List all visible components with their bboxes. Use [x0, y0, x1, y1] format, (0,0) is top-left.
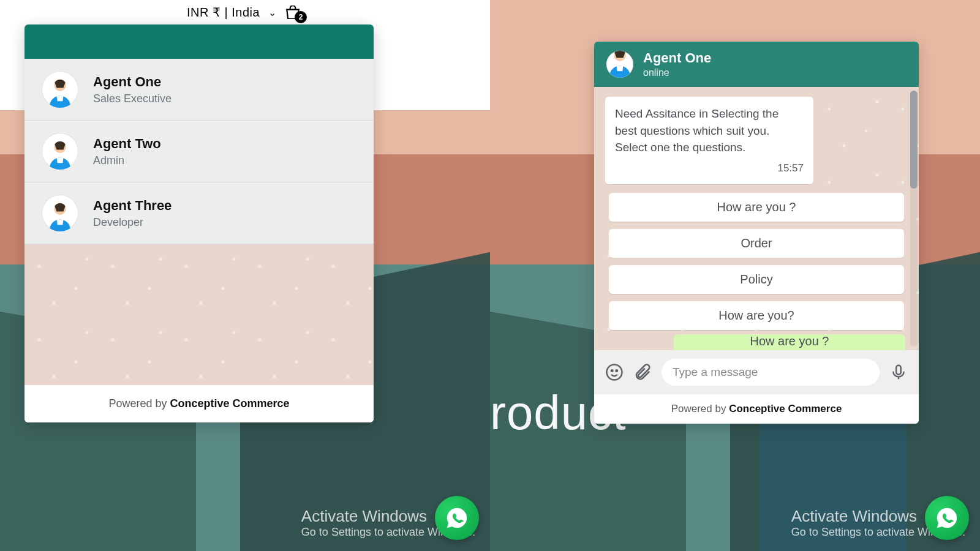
store-topbar: INR ₹ | India ⌄ 2 [0, 0, 490, 24]
quick-question[interactable]: How are you? [609, 301, 904, 330]
pattern-area [24, 244, 374, 385]
chat-header: Agent One online [594, 42, 919, 87]
agent-row[interactable]: Agent Two Admin [24, 121, 374, 182]
agent-row[interactable]: Agent One Sales Executive [24, 59, 374, 121]
quick-question[interactable]: How are you ? [609, 193, 904, 222]
whatsapp-fab[interactable] [925, 496, 969, 540]
powered-by: Powered by Conceptive Commerce [24, 385, 374, 422]
screenshot-right: roduct Agent One online Need Assitance i… [490, 0, 980, 551]
composer: Type a message [594, 350, 919, 394]
agent-name: Agent One [93, 74, 172, 90]
emoji-icon[interactable] [605, 363, 624, 381]
chat-widget: Agent One online Need Assitance in Selec… [594, 42, 919, 424]
outgoing-message-partial: How are you ? [674, 334, 905, 350]
agent-name: Agent Three [93, 198, 172, 214]
powered-by: Powered by Conceptive Commerce [594, 394, 919, 424]
quick-question[interactable]: Policy [609, 265, 904, 294]
avatar [606, 51, 633, 78]
agent-row[interactable]: Agent Three Developer [24, 182, 374, 244]
chat-body: Need Assitance in Selecting the best que… [594, 87, 919, 350]
widget-header [24, 24, 374, 59]
quick-question[interactable]: Order [609, 229, 904, 258]
whatsapp-icon [935, 506, 959, 530]
agent-role: Developer [93, 216, 172, 229]
currency-selector[interactable]: INR ₹ | India [187, 5, 260, 20]
message-placeholder: Type a message [673, 365, 758, 379]
svg-point-5 [611, 370, 613, 372]
svg-point-6 [616, 370, 618, 372]
svg-rect-7 [896, 365, 901, 375]
agent-role: Sales Executive [93, 92, 172, 105]
mic-icon[interactable] [889, 363, 908, 381]
scrollbar-thumb[interactable] [910, 91, 918, 189]
attachment-icon[interactable] [633, 363, 652, 381]
avatar [42, 195, 78, 231]
message-timestamp: 15:57 [615, 161, 804, 176]
whatsapp-fab[interactable] [435, 496, 479, 540]
incoming-message: Need Assitance in Selecting the best que… [605, 97, 813, 184]
svg-point-4 [607, 365, 622, 380]
avatar [42, 71, 78, 108]
avatar [42, 133, 78, 170]
cart-button[interactable]: 2 [285, 5, 303, 20]
whatsapp-icon [445, 506, 469, 530]
chat-agent-status: online [643, 67, 711, 78]
chevron-down-icon[interactable]: ⌄ [268, 7, 276, 18]
agent-name: Agent Two [93, 136, 161, 152]
agent-list-widget: Agent One Sales Executive Agent Two Admi… [24, 24, 374, 422]
message-input[interactable]: Type a message [662, 359, 880, 386]
agent-role: Admin [93, 154, 161, 167]
cart-badge: 2 [295, 11, 307, 23]
chat-agent-name: Agent One [643, 50, 711, 66]
screenshot-left: INR ₹ | India ⌄ 2 Agent One Sales Execut… [0, 0, 490, 551]
